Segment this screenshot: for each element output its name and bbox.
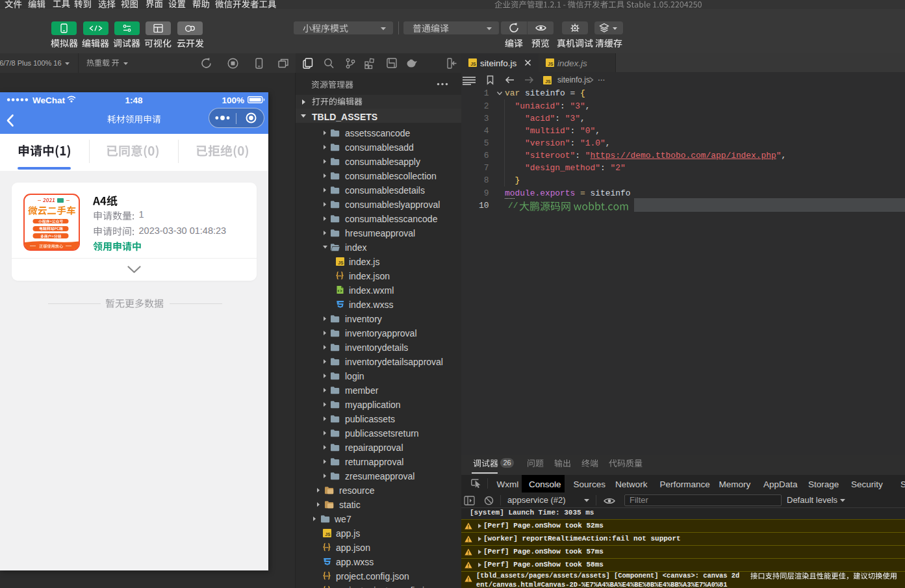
svg-text:JS: JS [470, 62, 476, 66]
svg-text:JS: JS [548, 62, 554, 66]
svg-text:JS: JS [545, 79, 551, 84]
svg-text:JS: JS [325, 532, 331, 537]
svg-text:JS: JS [338, 261, 344, 265]
